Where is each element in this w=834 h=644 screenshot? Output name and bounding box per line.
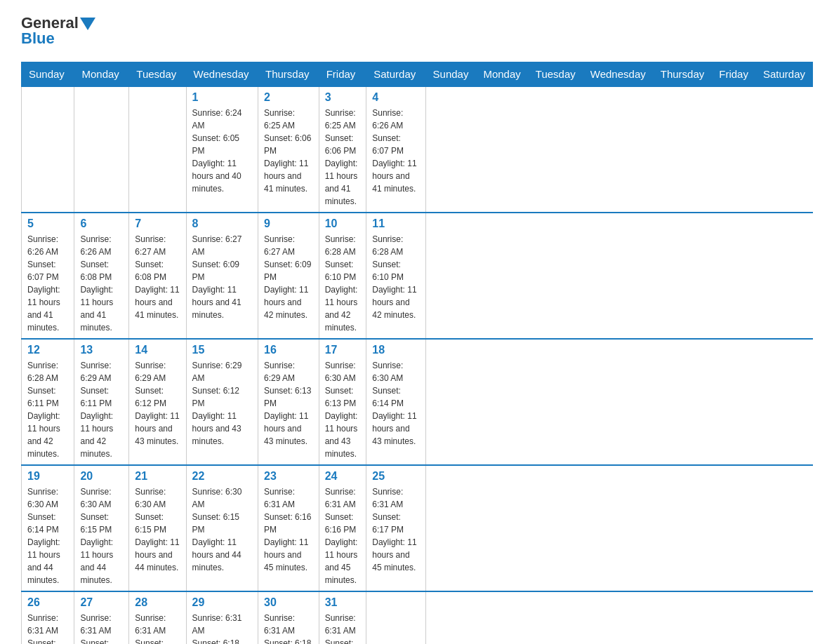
day-info: Sunrise: 6:31 AMSunset: 6:19 PMDaylight:… — [325, 612, 361, 644]
day-info: Sunrise: 6:28 AMSunset: 6:11 PMDaylight:… — [27, 359, 68, 460]
day-number: 18 — [372, 344, 419, 356]
day-number: 20 — [80, 470, 123, 483]
calendar-table: SundayMondayTuesdayWednesdayThursdayFrid… — [21, 62, 813, 644]
day-number: 17 — [325, 344, 361, 356]
weekday-header-wednesday: Wednesday — [583, 62, 653, 87]
day-number: 23 — [264, 470, 313, 483]
day-info: Sunrise: 6:31 AMSunset: 6:16 PMDaylight:… — [264, 485, 313, 574]
day-number: 5 — [27, 217, 68, 230]
calendar-day-9: 9Sunrise: 6:27 AMSunset: 6:09 PMDaylight… — [258, 213, 319, 339]
day-number: 8 — [192, 217, 252, 230]
calendar-day-26: 26Sunrise: 6:31 AMSunset: 6:17 PMDayligh… — [22, 591, 74, 644]
day-number: 21 — [135, 470, 180, 483]
day-info: Sunrise: 6:27 AMSunset: 6:09 PMDaylight:… — [264, 233, 313, 321]
day-info: Sunrise: 6:27 AMSunset: 6:08 PMDaylight:… — [135, 233, 180, 321]
day-number: 29 — [192, 596, 252, 609]
calendar-day-13: 13Sunrise: 6:29 AMSunset: 6:11 PMDayligh… — [74, 339, 129, 465]
calendar-day-24: 24Sunrise: 6:31 AMSunset: 6:16 PMDayligh… — [319, 465, 366, 591]
day-info: Sunrise: 6:31 AMSunset: 6:17 PMDaylight:… — [27, 612, 68, 644]
day-info: Sunrise: 6:25 AMSunset: 6:06 PMDaylight:… — [325, 107, 361, 208]
day-number: 27 — [80, 596, 123, 609]
calendar-week-row: 12Sunrise: 6:28 AMSunset: 6:11 PMDayligh… — [22, 339, 813, 465]
weekday-header-friday: Friday — [712, 62, 756, 87]
calendar-day-4: 4Sunrise: 6:26 AMSunset: 6:07 PMDaylight… — [366, 86, 425, 213]
calendar-day-1: 1Sunrise: 6:24 AMSunset: 6:05 PMDaylight… — [186, 86, 258, 213]
calendar-day-31: 31Sunrise: 6:31 AMSunset: 6:19 PMDayligh… — [319, 591, 366, 644]
day-number: 16 — [264, 344, 313, 356]
calendar-day-5: 5Sunrise: 6:26 AMSunset: 6:07 PMDaylight… — [22, 213, 74, 339]
calendar-day-18: 18Sunrise: 6:30 AMSunset: 6:14 PMDayligh… — [366, 339, 425, 465]
calendar-week-row: 5Sunrise: 6:26 AMSunset: 6:07 PMDaylight… — [22, 213, 813, 339]
calendar-day-29: 29Sunrise: 6:31 AMSunset: 6:18 PMDayligh… — [186, 591, 258, 644]
day-number: 14 — [135, 344, 180, 356]
weekday-header-saturday: Saturday — [366, 62, 425, 87]
day-info: Sunrise: 6:30 AMSunset: 6:15 PMDaylight:… — [80, 485, 123, 586]
day-number: 26 — [27, 596, 68, 609]
day-info: Sunrise: 6:28 AMSunset: 6:10 PMDaylight:… — [325, 233, 361, 334]
calendar-day-empty — [129, 86, 186, 213]
logo-triangle-icon — [80, 18, 95, 30]
calendar-day-23: 23Sunrise: 6:31 AMSunset: 6:16 PMDayligh… — [258, 465, 319, 591]
calendar-header-row: SundayMondayTuesdayWednesdayThursdayFrid… — [22, 62, 813, 87]
day-number: 9 — [264, 217, 313, 230]
logo: General Blue — [21, 14, 95, 48]
logo-blue: Blue — [21, 29, 55, 48]
weekday-header-monday: Monday — [476, 62, 528, 87]
weekday-header-tuesday: Tuesday — [129, 62, 186, 87]
day-number: 10 — [325, 217, 361, 230]
day-number: 30 — [264, 596, 313, 609]
day-info: Sunrise: 6:26 AMSunset: 6:07 PMDaylight:… — [372, 107, 419, 195]
weekday-header-wednesday: Wednesday — [186, 62, 258, 87]
day-number: 11 — [372, 217, 419, 230]
calendar-day-16: 16Sunrise: 6:29 AMSunset: 6:13 PMDayligh… — [258, 339, 319, 465]
day-info: Sunrise: 6:26 AMSunset: 6:08 PMDaylight:… — [80, 233, 123, 334]
day-number: 24 — [325, 470, 361, 483]
weekday-header-thursday: Thursday — [653, 62, 712, 87]
day-info: Sunrise: 6:24 AMSunset: 6:05 PMDaylight:… — [192, 107, 252, 195]
calendar-day-8: 8Sunrise: 6:27 AMSunset: 6:09 PMDaylight… — [186, 213, 258, 339]
day-number: 6 — [80, 217, 123, 230]
calendar-day-10: 10Sunrise: 6:28 AMSunset: 6:10 PMDayligh… — [319, 213, 366, 339]
weekday-header-friday: Friday — [319, 62, 366, 87]
day-info: Sunrise: 6:27 AMSunset: 6:09 PMDaylight:… — [192, 233, 252, 321]
day-number: 19 — [27, 470, 68, 483]
calendar-day-12: 12Sunrise: 6:28 AMSunset: 6:11 PMDayligh… — [22, 339, 74, 465]
day-number: 1 — [192, 91, 252, 104]
day-number: 13 — [80, 344, 123, 356]
calendar-day-15: 15Sunrise: 6:29 AMSunset: 6:12 PMDayligh… — [186, 339, 258, 465]
page-header: General Blue — [21, 14, 813, 48]
calendar-week-row: 1Sunrise: 6:24 AMSunset: 6:05 PMDaylight… — [22, 86, 813, 213]
day-number: 28 — [135, 596, 180, 609]
day-info: Sunrise: 6:31 AMSunset: 6:17 PMDaylight:… — [372, 485, 419, 574]
day-number: 12 — [27, 344, 68, 356]
day-info: Sunrise: 6:31 AMSunset: 6:18 PMDaylight:… — [264, 612, 313, 644]
day-info: Sunrise: 6:30 AMSunset: 6:14 PMDaylight:… — [372, 359, 419, 448]
day-info: Sunrise: 6:29 AMSunset: 6:13 PMDaylight:… — [264, 359, 313, 448]
calendar-day-27: 27Sunrise: 6:31 AMSunset: 6:17 PMDayligh… — [74, 591, 129, 644]
day-info: Sunrise: 6:28 AMSunset: 6:10 PMDaylight:… — [372, 233, 419, 321]
svg-marker-0 — [80, 18, 95, 30]
day-number: 7 — [135, 217, 180, 230]
calendar-day-2: 2Sunrise: 6:25 AMSunset: 6:06 PMDaylight… — [258, 86, 319, 213]
day-info: Sunrise: 6:31 AMSunset: 6:16 PMDaylight:… — [325, 485, 361, 586]
calendar-day-3: 3Sunrise: 6:25 AMSunset: 6:06 PMDaylight… — [319, 86, 366, 213]
calendar-day-19: 19Sunrise: 6:30 AMSunset: 6:14 PMDayligh… — [22, 465, 74, 591]
day-info: Sunrise: 6:29 AMSunset: 6:12 PMDaylight:… — [135, 359, 180, 448]
calendar-day-14: 14Sunrise: 6:29 AMSunset: 6:12 PMDayligh… — [129, 339, 186, 465]
day-info: Sunrise: 6:26 AMSunset: 6:07 PMDaylight:… — [27, 233, 68, 334]
day-number: 22 — [192, 470, 252, 483]
weekday-header-thursday: Thursday — [258, 62, 319, 87]
day-info: Sunrise: 6:30 AMSunset: 6:14 PMDaylight:… — [27, 485, 68, 586]
calendar-day-20: 20Sunrise: 6:30 AMSunset: 6:15 PMDayligh… — [74, 465, 129, 591]
day-number: 2 — [264, 91, 313, 104]
weekday-header-tuesday: Tuesday — [528, 62, 583, 87]
day-info: Sunrise: 6:25 AMSunset: 6:06 PMDaylight:… — [264, 107, 313, 195]
calendar-day-11: 11Sunrise: 6:28 AMSunset: 6:10 PMDayligh… — [366, 213, 425, 339]
weekday-header-sunday: Sunday — [22, 62, 74, 87]
weekday-header-saturday: Saturday — [755, 62, 812, 87]
calendar-day-25: 25Sunrise: 6:31 AMSunset: 6:17 PMDayligh… — [366, 465, 425, 591]
weekday-header-monday: Monday — [74, 62, 129, 87]
day-number: 3 — [325, 91, 361, 104]
calendar-week-row: 26Sunrise: 6:31 AMSunset: 6:17 PMDayligh… — [22, 591, 813, 644]
calendar-day-21: 21Sunrise: 6:30 AMSunset: 6:15 PMDayligh… — [129, 465, 186, 591]
